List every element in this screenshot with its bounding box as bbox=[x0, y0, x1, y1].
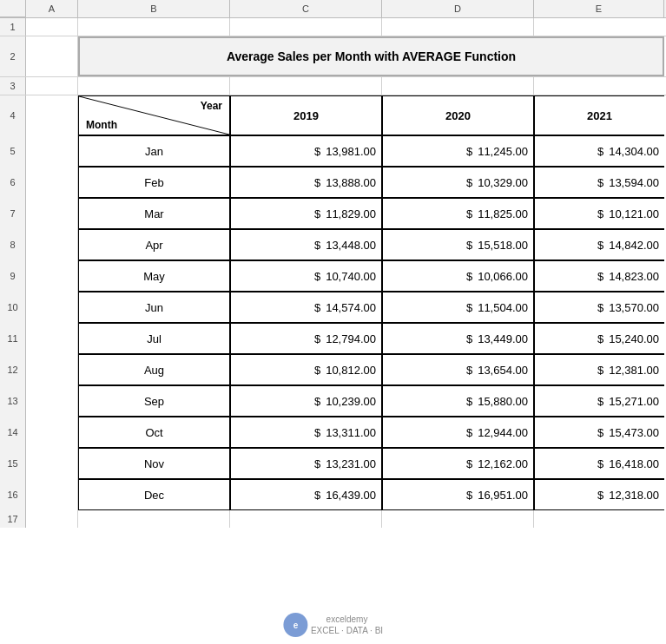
currency-sign: $ bbox=[466, 426, 472, 439]
value-2020-16: $ 16,951.00 bbox=[383, 489, 533, 502]
cell-2a bbox=[26, 36, 78, 76]
value-2021-9: $ 14,823.00 bbox=[535, 270, 664, 283]
cell-2021-5: $ 14,304.00 bbox=[534, 135, 664, 167]
row-6: 6 Feb $ 13,888.00 $ 10,329.00 $ 13,594.0… bbox=[0, 167, 666, 198]
currency-sign: $ bbox=[597, 145, 603, 158]
header-2021: 2021 bbox=[534, 95, 664, 135]
cell-2020-12: $ 13,654.00 bbox=[382, 354, 534, 385]
amount-2019-12: 10,812.00 bbox=[326, 364, 376, 377]
row-9: 9 May $ 10,740.00 $ 10,066.00 $ 14,823.0… bbox=[0, 260, 666, 292]
cell-2020-9: $ 10,066.00 bbox=[382, 260, 534, 292]
cell-3c bbox=[230, 77, 382, 95]
value-2020-7: $ 11,825.00 bbox=[383, 207, 533, 220]
value-2021-6: $ 13,594.00 bbox=[535, 176, 664, 189]
row-num-9: 9 bbox=[0, 260, 26, 292]
spreadsheet: A B C D E 1 2 Average Sales per Month wi… bbox=[0, 0, 666, 644]
value-2019-14: $ 13,311.00 bbox=[231, 426, 381, 439]
cell-2021-7: $ 10,121.00 bbox=[534, 198, 664, 229]
col-header-e: E bbox=[534, 0, 664, 17]
cell-2019-13: $ 10,239.00 bbox=[230, 385, 382, 417]
currency-sign: $ bbox=[597, 395, 603, 408]
amount-2020-12: 13,654.00 bbox=[478, 364, 528, 377]
cell-13a bbox=[26, 385, 78, 417]
currency-sign: $ bbox=[597, 457, 603, 470]
watermark-brand: exceldemy bbox=[311, 614, 383, 625]
currency-sign: $ bbox=[597, 239, 603, 252]
currency-sign: $ bbox=[466, 207, 472, 220]
currency-sign: $ bbox=[597, 426, 603, 439]
year-label: Year bbox=[201, 100, 222, 112]
header-2020: 2020 bbox=[382, 95, 534, 135]
row-num-11: 11 bbox=[0, 323, 26, 354]
amount-2021-10: 13,570.00 bbox=[609, 301, 659, 314]
cell-2019-10: $ 14,574.00 bbox=[230, 292, 382, 323]
cell-2020-11: $ 13,449.00 bbox=[382, 323, 534, 354]
amount-2019-6: 13,888.00 bbox=[326, 176, 376, 189]
cell-2021-13: $ 15,271.00 bbox=[534, 385, 664, 417]
row-12: 12 Aug $ 10,812.00 $ 13,654.00 $ 12,381.… bbox=[0, 354, 666, 385]
amount-2020-15: 12,162.00 bbox=[478, 457, 528, 470]
amount-2020-13: 15,880.00 bbox=[478, 395, 528, 408]
cell-1a bbox=[26, 18, 78, 36]
currency-sign: $ bbox=[466, 270, 472, 283]
cell-2020-15: $ 12,162.00 bbox=[382, 448, 534, 479]
currency-sign: $ bbox=[314, 395, 320, 408]
value-2020-12: $ 13,654.00 bbox=[383, 364, 533, 377]
amount-2020-5: 11,245.00 bbox=[478, 145, 528, 158]
col-header-d: D bbox=[382, 0, 534, 17]
currency-sign: $ bbox=[314, 207, 320, 220]
currency-sign: $ bbox=[314, 145, 320, 158]
col-header-b: B bbox=[78, 0, 230, 17]
amount-2021-6: 13,594.00 bbox=[609, 176, 659, 189]
amount-2019-15: 13,231.00 bbox=[326, 457, 376, 470]
cell-2020-14: $ 12,944.00 bbox=[382, 417, 534, 448]
cell-9a bbox=[26, 260, 78, 292]
amount-2020-11: 13,449.00 bbox=[478, 332, 528, 345]
row-num-13: 13 bbox=[0, 385, 26, 417]
row-num-3: 3 bbox=[0, 77, 26, 95]
row-4-header: 4 Year Month 2019 2020 2021 bbox=[0, 95, 666, 135]
row-14: 14 Oct $ 13,311.00 $ 12,944.00 $ 15,473.… bbox=[0, 417, 666, 448]
value-2020-6: $ 10,329.00 bbox=[383, 176, 533, 189]
currency-sign: $ bbox=[466, 332, 472, 345]
currency-sign: $ bbox=[466, 489, 472, 502]
amount-2020-14: 12,944.00 bbox=[478, 426, 528, 439]
spreadsheet-title: Average Sales per Month with AVERAGE Fun… bbox=[78, 36, 664, 76]
row-3: 3 bbox=[0, 77, 666, 95]
data-rows: 5 Jan $ 13,981.00 $ 11,245.00 $ 14,304.0… bbox=[0, 135, 666, 510]
cell-4a bbox=[26, 95, 78, 135]
cell-2019-14: $ 13,311.00 bbox=[230, 417, 382, 448]
cell-1e bbox=[534, 18, 664, 36]
cell-2019-12: $ 10,812.00 bbox=[230, 354, 382, 385]
currency-sign: $ bbox=[314, 364, 320, 377]
row-num-2: 2 bbox=[0, 36, 26, 76]
grid-body: 1 2 Average Sales per Month with AVERAGE… bbox=[0, 18, 666, 644]
row-8: 8 Apr $ 13,448.00 $ 15,518.00 $ 14,842.0… bbox=[0, 229, 666, 260]
value-2020-9: $ 10,066.00 bbox=[383, 270, 533, 283]
value-2019-6: $ 13,888.00 bbox=[231, 176, 381, 189]
currency-sign: $ bbox=[314, 239, 320, 252]
cell-11a bbox=[26, 323, 78, 354]
row-num-1: 1 bbox=[0, 18, 26, 36]
amount-2019-11: 12,794.00 bbox=[326, 332, 376, 345]
amount-2020-7: 11,825.00 bbox=[478, 207, 528, 220]
amount-2019-5: 13,981.00 bbox=[326, 145, 376, 158]
row-num-7: 7 bbox=[0, 198, 26, 229]
row-2: 2 Average Sales per Month with AVERAGE F… bbox=[0, 36, 666, 77]
currency-sign: $ bbox=[597, 301, 603, 314]
cell-2020-10: $ 11,504.00 bbox=[382, 292, 534, 323]
row-num-5: 5 bbox=[0, 135, 26, 167]
value-2019-16: $ 16,439.00 bbox=[231, 489, 381, 502]
cell-2021-9: $ 14,823.00 bbox=[534, 260, 664, 292]
value-2020-5: $ 11,245.00 bbox=[383, 145, 533, 158]
cell-1d bbox=[382, 18, 534, 36]
amount-2021-16: 12,318.00 bbox=[609, 489, 659, 502]
watermark-text: exceldemy EXCEL · DATA · BI bbox=[311, 614, 383, 636]
cell-2021-8: $ 14,842.00 bbox=[534, 229, 664, 260]
value-2021-16: $ 12,318.00 bbox=[535, 489, 664, 502]
cell-3e bbox=[534, 77, 664, 95]
row-num-12: 12 bbox=[0, 354, 26, 385]
row-num-15: 15 bbox=[0, 448, 26, 479]
row-15: 15 Nov $ 13,231.00 $ 12,162.00 $ 16,418.… bbox=[0, 448, 666, 479]
value-2019-5: $ 13,981.00 bbox=[231, 145, 381, 158]
